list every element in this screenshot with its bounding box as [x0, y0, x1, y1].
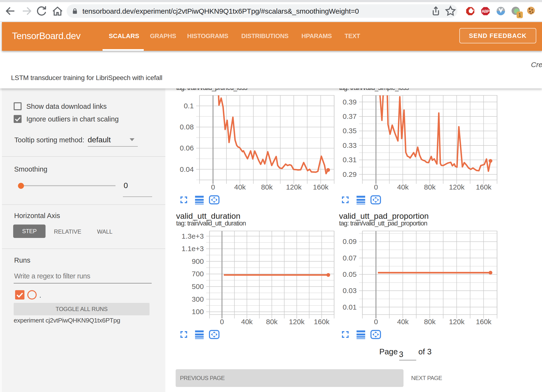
svg-text:0.33: 0.33 [343, 141, 357, 149]
svg-text:0.01: 0.01 [343, 303, 357, 311]
svg-text:0.1: 0.1 [184, 102, 194, 110]
svg-text:40k: 40k [234, 183, 246, 191]
svg-text:80k: 80k [261, 183, 273, 191]
svg-text:1.1e+3: 1.1e+3 [182, 245, 204, 253]
svg-text:80k: 80k [424, 318, 436, 326]
svg-text:0.09: 0.09 [343, 237, 357, 245]
svg-text:120k: 120k [449, 183, 465, 191]
svg-text:0: 0 [374, 318, 378, 326]
svg-text:0.07: 0.07 [343, 254, 357, 262]
svg-text:tag: train/valid_utt_pad_propo: tag: train/valid_utt_pad_proportion [339, 220, 427, 227]
svg-text:0.06: 0.06 [180, 144, 194, 152]
svg-text:120k: 120k [286, 183, 302, 191]
svg-text:0.03: 0.03 [343, 287, 357, 294]
svg-text:40k: 40k [397, 183, 409, 191]
svg-text:100: 100 [192, 308, 204, 316]
svg-text:120k: 120k [289, 318, 305, 326]
svg-text:0.35: 0.35 [343, 127, 357, 135]
svg-text:0.04: 0.04 [180, 165, 194, 173]
svg-text:0: 0 [211, 183, 215, 191]
svg-text:300: 300 [192, 295, 204, 303]
svg-text:120k: 120k [449, 318, 465, 326]
svg-text:0.31: 0.31 [343, 156, 357, 164]
svg-text:80k: 80k [266, 318, 278, 326]
svg-text:160k: 160k [314, 318, 330, 326]
svg-text:valid_utt_pad_proportion: valid_utt_pad_proportion [339, 211, 429, 220]
svg-text:40k: 40k [397, 318, 409, 326]
svg-text:900: 900 [192, 257, 204, 265]
svg-text:0.37: 0.37 [343, 112, 357, 120]
svg-text:1.3e+3: 1.3e+3 [182, 232, 204, 240]
svg-text:0: 0 [374, 183, 378, 191]
svg-text:160k: 160k [313, 183, 329, 191]
svg-text:500: 500 [192, 282, 204, 290]
svg-text:0.05: 0.05 [343, 270, 357, 278]
svg-text:0.39: 0.39 [343, 98, 357, 106]
svg-text:0.29: 0.29 [343, 170, 357, 178]
svg-text:160k: 160k [476, 318, 492, 326]
svg-text:valid_utt_duration: valid_utt_duration [176, 211, 240, 220]
svg-text:700: 700 [192, 270, 204, 278]
svg-text:0.08: 0.08 [180, 123, 194, 131]
svg-text:0: 0 [220, 318, 224, 326]
svg-text:80k: 80k [424, 183, 436, 191]
svg-text:160k: 160k [476, 183, 492, 191]
svg-text:40k: 40k [241, 318, 253, 326]
svg-text:tag: train/valid_utt_duration: tag: train/valid_utt_duration [176, 220, 246, 227]
